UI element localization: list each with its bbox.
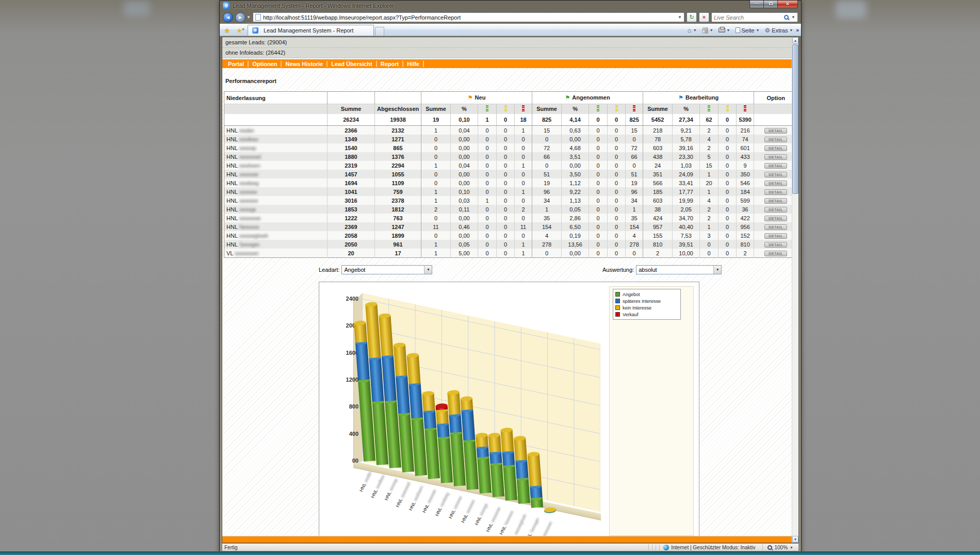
bar-segment-g — [503, 465, 517, 501]
detail-button[interactable]: DETAIL — [764, 137, 787, 142]
legend-item: kein Interesse — [615, 304, 678, 311]
address-bar[interactable]: http://localhost:51119/webapp.lmseurope/… — [253, 12, 684, 22]
nav-item-lead-bersicht[interactable]: Lead Übersicht — [328, 61, 377, 67]
scroll-down-icon[interactable]: ▼ — [792, 536, 798, 543]
branch-name: HNL xxxxbxxg — [224, 178, 328, 187]
tab-title: Lead Management System - Report — [264, 27, 353, 34]
branch-name: HNL xxxxxxxx — [224, 196, 328, 205]
search-box[interactable]: Live Search ▼ — [711, 12, 798, 22]
search-icon[interactable] — [784, 15, 789, 20]
bar-segment-b — [395, 375, 410, 413]
nav-item-portal[interactable]: Portal — [224, 61, 249, 67]
y-axis-label: 1200 — [336, 377, 358, 383]
vertical-scrollbar[interactable]: ▲ ▼ — [792, 37, 798, 543]
tab-lead-management[interactable]: e Lead Management System - Report — [248, 25, 374, 36]
favorites-center-button[interactable]: ★ — [221, 25, 233, 36]
detail-button[interactable]: DETAIL — [764, 198, 787, 204]
nav-item-hilfe[interactable]: Hilfe — [403, 61, 424, 67]
detail-button[interactable]: DETAIL — [764, 172, 787, 177]
title-bar[interactable]: e Lead Management System - Report - Wind… — [220, 1, 801, 11]
legend-item: späteres Interesse — [615, 298, 678, 304]
tab-favicon: e — [252, 27, 258, 34]
forward-button[interactable]: ► — [235, 12, 246, 23]
feeds-button[interactable]: ▼ — [700, 27, 715, 34]
legend-label: späteres Interesse — [623, 299, 661, 304]
table-row: HNL xxxxbxxg 1694110900,00000191,1200195… — [224, 178, 798, 187]
search-dropdown-icon[interactable]: ▼ — [791, 15, 795, 20]
detail-button[interactable]: DETAIL — [764, 128, 787, 134]
stop-button[interactable]: × — [699, 12, 709, 22]
back-button[interactable]: ◄ — [223, 12, 233, 23]
detail-button[interactable]: DETAIL — [764, 189, 787, 195]
bar-segment-b — [449, 414, 462, 433]
url-text[interactable]: http://localhost:51119/webapp.lmseurope/… — [263, 14, 461, 21]
new-tab-stub[interactable] — [375, 27, 384, 36]
scrollbar-thumb[interactable] — [792, 44, 798, 194]
command-overflow-button[interactable]: » — [796, 27, 799, 33]
detail-button[interactable]: DETAIL — [764, 251, 787, 256]
branch-name: HNL xxxxxxxe — [224, 170, 328, 178]
detail-button[interactable]: DETAIL — [764, 154, 787, 160]
bar-segment-y — [514, 438, 527, 461]
address-dropdown-icon[interactable]: ▼ — [678, 15, 682, 20]
auswertung-select[interactable]: absolut ▼ — [636, 265, 722, 274]
page-bottom-bar — [222, 536, 792, 543]
leadart-select[interactable]: Angebot ▼ — [341, 265, 432, 274]
detail-button[interactable]: DETAIL — [764, 233, 787, 239]
scroll-up-icon[interactable]: ▲ — [792, 37, 798, 44]
status-stack-icon — [708, 105, 710, 111]
legend-label: kein Interesse — [623, 305, 651, 311]
status-stack-icon — [615, 105, 618, 111]
maximize-button[interactable] — [763, 1, 778, 8]
navigation-bar: ◄ ► ▼ http://localhost:51119/webapp.lmse… — [220, 11, 801, 24]
table-subheader-row: SummeAbgeschlossenSumme% Summe% Summe% — [224, 104, 798, 114]
branch-name: HNL xxxdxn — [224, 126, 328, 135]
browser-viewport: gesamte Leads: (29004) ohne Infoleads: (… — [222, 37, 799, 543]
detail-button[interactable]: DETAIL — [764, 224, 787, 230]
page-menu-button[interactable]: Seite▼ — [733, 27, 762, 34]
status-stack-icon — [726, 105, 729, 111]
detail-button[interactable]: DETAIL — [764, 145, 787, 151]
search-placeholder[interactable]: Live Search — [714, 14, 784, 21]
status-stack-icon — [744, 105, 746, 111]
performance-table: Niederlassung⚑Neu⚑Angenommen⚑Bearbeitung… — [224, 91, 798, 258]
bar-segment-b — [515, 460, 528, 479]
detail-button[interactable]: DETAIL — [764, 163, 787, 169]
detail-button[interactable]: DETAIL — [764, 242, 787, 248]
y-axis-label: 400 — [336, 431, 358, 437]
desktop-background-shape — [124, 1, 150, 17]
bar-segment-y — [379, 315, 393, 356]
print-button[interactable]: ▼ — [716, 27, 732, 33]
minimize-button[interactable]: — — [749, 1, 764, 8]
nav-item-optionen[interactable]: Optionen — [249, 61, 282, 67]
home-button[interactable]: ⌂▼ — [685, 26, 699, 35]
detail-button[interactable]: DETAIL — [764, 216, 787, 221]
browser-window: e Lead Management System - Report - Wind… — [219, 0, 802, 553]
table-row: HNL xxxxxxxxe 122276300,00000352,8600354… — [224, 214, 798, 222]
chevron-down-icon[interactable]: ▼ — [713, 266, 721, 274]
bar-segment-y — [488, 435, 501, 452]
close-button[interactable]: ✕ — [777, 1, 798, 8]
history-dropdown-icon[interactable]: ▼ — [247, 15, 251, 20]
nav-item-news-historie[interactable]: News Historie — [282, 61, 328, 67]
chevron-down-icon[interactable]: ▼ — [424, 266, 432, 274]
page-icon — [736, 27, 740, 33]
tools-menu-button[interactable]: ⚙Extras▼ — [763, 27, 795, 34]
branch-name: HNL xxxxhxxm — [224, 161, 328, 170]
add-favorite-button[interactable]: ★ — [233, 25, 246, 36]
x-axis-label: HNL xxxdxn — [344, 471, 372, 523]
refresh-button[interactable]: ↻ — [687, 12, 697, 22]
command-bar: ⌂▼ ▼ ▼ Seite▼ ⚙Extras▼ » — [685, 26, 799, 35]
zoom-control[interactable]: 100% ▼ — [764, 545, 796, 550]
branch-name: HNL xxxxxgx — [224, 205, 328, 214]
table-row: HNL xzxxxxw 104175910,10001969,220096185… — [224, 187, 798, 196]
nav-item-report[interactable]: Report — [377, 61, 403, 67]
bar-segment-y — [527, 453, 541, 486]
desktop-background-shape — [836, 0, 867, 19]
bar-segment-y — [393, 345, 407, 376]
detail-button[interactable]: DETAIL — [764, 207, 787, 213]
group-header-neu: ⚑Neu — [421, 92, 532, 104]
detail-button[interactable]: DETAIL — [764, 181, 787, 186]
zoom-dropdown-icon[interactable]: ▼ — [790, 546, 793, 549]
legend-swatch — [615, 312, 620, 317]
